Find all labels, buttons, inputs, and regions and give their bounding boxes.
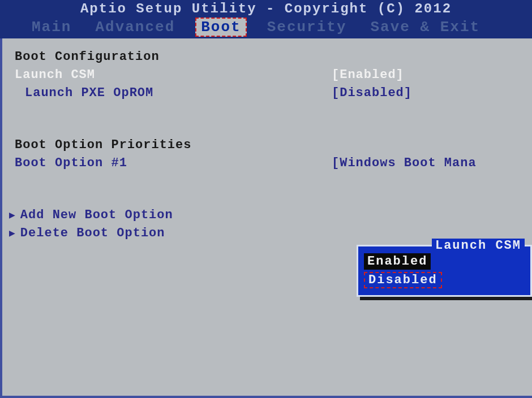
triangle-right-icon: ▶ [9, 209, 16, 221]
bios-title: Aptio Setup Utility - Copyright (C) 2012 [0, 1, 532, 16]
launch-csm-value: [Enabled] [332, 68, 526, 82]
popup-launch-csm: Launch CSM Enabled Disabled [357, 245, 532, 297]
popup-option-enabled[interactable]: Enabled [364, 253, 431, 270]
row-boot-option-1[interactable]: Boot Option #1 [Windows Boot Mana [8, 154, 526, 172]
row-launch-pxe[interactable]: Launch PXE OpROM [Disabled] [8, 84, 526, 102]
section-boot-priorities: Boot Option Priorities [8, 136, 526, 154]
header-bar: Aptio Setup Utility - Copyright (C) 2012… [0, 0, 532, 38]
row-add-new-boot[interactable]: ▶ Add New Boot Option [8, 206, 526, 224]
spacer [8, 102, 526, 136]
section-boot-config: Boot Configuration [8, 47, 526, 66]
triangle-right-icon: ▶ [9, 227, 16, 239]
tab-advanced[interactable]: Advanced [92, 18, 178, 37]
delete-boot-label: Delete Boot Option [20, 226, 165, 240]
row-launch-csm[interactable]: Launch CSM [Enabled] [8, 66, 526, 84]
tab-boot[interactable]: Boot [195, 18, 246, 37]
launch-csm-label: Launch CSM [15, 68, 332, 82]
popup-option-disabled[interactable]: Disabled [364, 272, 442, 288]
menu-tabs: Main Advanced Boot Security Save & Exit [0, 18, 532, 37]
launch-pxe-label: Launch PXE OpROM [15, 86, 332, 100]
popup-title: Launch CSM [432, 239, 525, 253]
tab-main[interactable]: Main [28, 18, 75, 37]
boot-config-header: Boot Configuration [15, 50, 332, 64]
content-area: Boot Configuration Launch CSM [Enabled] … [0, 38, 532, 398]
boot-option-1-label: Boot Option #1 [15, 156, 332, 170]
add-new-boot-label: Add New Boot Option [20, 208, 173, 222]
tab-save-exit[interactable]: Save & Exit [367, 18, 484, 37]
spacer [8, 172, 526, 206]
boot-priorities-header: Boot Option Priorities [15, 138, 332, 152]
boot-option-1-value: [Windows Boot Mana [332, 156, 526, 170]
tab-security[interactable]: Security [264, 18, 350, 37]
launch-pxe-value: [Disabled] [332, 86, 526, 100]
